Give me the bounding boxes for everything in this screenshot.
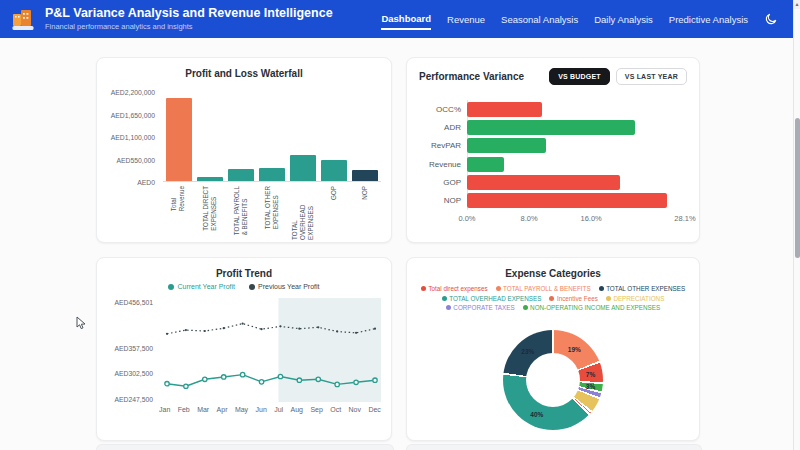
- expense-legend-label: DEPRECIATIONS: [613, 295, 664, 302]
- waterfall-bar[interactable]: [166, 98, 192, 181]
- expense-legend-item[interactable]: TOTAL PAYROLL & BENEFITS: [496, 285, 591, 292]
- waterfall-card: Profit and Loss Waterfall AED2,200,000AE…: [96, 57, 392, 243]
- waterfall-x-label: TOTAL DIRECT EXPENSES: [194, 186, 225, 240]
- expense-legend-label: Incentive Fees: [557, 295, 598, 302]
- app-title: P&L Variance Analysis and Revenue Intell…: [45, 7, 333, 21]
- variance-header: Performance Variance VS BUDGETVS LAST YE…: [407, 58, 699, 85]
- toggle-vs-budget[interactable]: VS BUDGET: [549, 68, 610, 85]
- variance-bar-track: [467, 138, 685, 153]
- waterfall-y-tick: AED2,200,000: [111, 89, 155, 96]
- waterfall-bar[interactable]: [259, 168, 285, 181]
- next-row-card-hint: [406, 444, 702, 450]
- variance-card: Performance Variance VS BUDGETVS LAST YE…: [406, 57, 700, 243]
- trend-legend-item[interactable]: Previous Year Profit: [249, 283, 319, 290]
- variance-row: RevPAR: [419, 137, 685, 155]
- trend-x-tick: Jan: [159, 406, 170, 413]
- expense-legend-item[interactable]: NON-OPERATING INCOME AND EXPENSES: [523, 304, 661, 311]
- waterfall-x-label: GOP: [319, 186, 350, 240]
- trend-marker: [240, 372, 244, 376]
- trend-marker: [279, 325, 281, 327]
- donut-slice-label: 7%: [586, 371, 595, 378]
- variance-bar[interactable]: [467, 102, 542, 117]
- variance-x-tick: 0.0%: [458, 214, 475, 223]
- trend-x-tick: Oct: [330, 406, 341, 413]
- variance-category-label: NOP: [419, 196, 467, 205]
- waterfall-bar[interactable]: [197, 177, 223, 181]
- waterfall-bar[interactable]: [290, 155, 316, 181]
- expense-legend-label: TOTAL PAYROLL & BENEFITS: [503, 285, 591, 292]
- trend-y-tick: AED456,501: [114, 299, 153, 306]
- waterfall-x-label: TOTAL PAYROLL & BENEFITS: [225, 186, 256, 240]
- toggle-vs-last-year[interactable]: VS LAST YEAR: [616, 68, 687, 85]
- chevron-up-icon[interactable]: ▲: [794, 0, 800, 9]
- variance-x-tick: 28.1%: [674, 214, 695, 223]
- header-titles: P&L Variance Analysis and Revenue Intell…: [45, 7, 333, 32]
- nav-item-revenue[interactable]: Revenue: [447, 9, 485, 29]
- variance-category-label: OCC%: [419, 105, 467, 114]
- variance-category-label: RevPAR: [419, 141, 467, 150]
- waterfall-x-label-text: Total Revenue: [170, 186, 186, 211]
- waterfall-bar[interactable]: [321, 160, 347, 181]
- nav-item-predictive-analysis[interactable]: Predictive Analysis: [669, 9, 748, 29]
- main-nav: DashboardRevenueSeasonal AnalysisDaily A…: [381, 8, 748, 30]
- waterfall-bar[interactable]: [228, 169, 254, 181]
- variance-toggle-group: VS BUDGETVS LAST YEAR: [549, 68, 687, 85]
- trend-marker: [373, 378, 377, 382]
- vertical-scrollbar[interactable]: ▲: [793, 0, 800, 450]
- variance-bar[interactable]: [467, 120, 635, 135]
- trend-x-tick: May: [235, 406, 248, 413]
- trend-x-tick: Jul: [274, 406, 283, 413]
- trend-lines: [161, 298, 381, 402]
- variance-bar[interactable]: [467, 175, 620, 190]
- waterfall-x-label-text: TOTAL DIRECT EXPENSES: [202, 186, 218, 231]
- waterfall-x-label-text: GOP: [330, 186, 338, 200]
- legend-dot-icon: [606, 296, 611, 301]
- expense-legend-item[interactable]: TOTAL OVERHEAD EXPENSES: [442, 295, 542, 302]
- variance-bar[interactable]: [467, 193, 667, 208]
- legend-dot-icon: [421, 286, 426, 291]
- trend-x-axis: JanFebMarAprMayJunJulAugSepOctNovDec: [159, 406, 381, 413]
- trend-x-tick: Nov: [349, 406, 361, 413]
- expense-legend-item[interactable]: Incentive Fees: [549, 295, 597, 302]
- waterfall-y-tick: AED0: [137, 179, 155, 186]
- expense-legend-item[interactable]: CORPORATE TAXES: [446, 304, 515, 311]
- trend-marker: [185, 329, 187, 331]
- trend-marker: [242, 322, 244, 324]
- variance-row: GOP: [419, 173, 685, 191]
- expense-donut-chart[interactable]: 19%7%3%40%23%: [503, 330, 603, 430]
- expense-legend-item[interactable]: DEPRECIATIONS: [606, 295, 664, 302]
- waterfall-x-label: TOTAL OTHER EXPENSES: [256, 186, 287, 240]
- expense-legend: Total direct expensesTOTAL PAYROLL & BEN…: [414, 285, 692, 311]
- expense-legend-item[interactable]: TOTAL OTHER EXPENSES: [599, 285, 685, 292]
- trend-x-tick: Aug: [291, 406, 303, 413]
- moon-icon[interactable]: [764, 12, 779, 27]
- trend-legend-item[interactable]: Current Year Profit: [168, 283, 235, 290]
- variance-bar-track: [467, 120, 685, 135]
- legend-dot-icon: [249, 284, 255, 290]
- donut-slice-label: 40%: [530, 411, 543, 418]
- waterfall-y-tick: AED1,650,000: [111, 111, 155, 118]
- trend-marker: [166, 333, 168, 335]
- trend-marker: [298, 328, 300, 330]
- trend-legend-label: Current Year Profit: [177, 283, 235, 290]
- variance-bar-track: [467, 175, 685, 190]
- next-row-card-hint: [96, 444, 394, 450]
- hotel-building-icon: [10, 6, 36, 32]
- variance-bar[interactable]: [467, 157, 504, 172]
- nav-item-dashboard[interactable]: Dashboard: [381, 8, 431, 30]
- waterfall-x-label: TOTAL OVERHEAD EXPENSES: [288, 186, 319, 240]
- variance-bar[interactable]: [467, 138, 546, 153]
- waterfall-y-tick: AED1,100,000: [111, 134, 155, 141]
- expense-legend-label: Total direct expenses: [428, 285, 487, 292]
- trend-marker: [355, 332, 357, 334]
- legend-dot-icon: [442, 296, 447, 301]
- trend-x-tick: Mar: [197, 406, 209, 413]
- waterfall-bar[interactable]: [352, 170, 378, 181]
- expense-legend-item[interactable]: Total direct expenses: [421, 285, 488, 292]
- trend-y-tick: AED302,500: [114, 370, 153, 377]
- donut-slice-label: 19%: [568, 345, 581, 352]
- nav-item-seasonal-analysis[interactable]: Seasonal Analysis: [501, 9, 578, 29]
- scrollbar-thumb[interactable]: [795, 118, 800, 258]
- variance-x-tick: 8.0%: [521, 214, 538, 223]
- nav-item-daily-analysis[interactable]: Daily Analysis: [594, 9, 653, 29]
